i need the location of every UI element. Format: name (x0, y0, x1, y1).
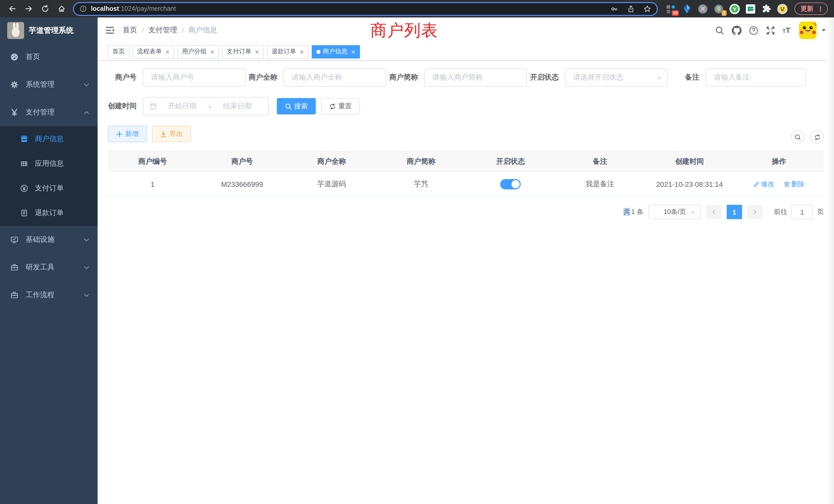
home-icon[interactable] (58, 5, 66, 13)
merchant-name-input[interactable]: 请输入商户全称 (284, 68, 386, 87)
close-icon[interactable]: × (210, 48, 214, 55)
col-create-time: 创建时间 (645, 151, 734, 172)
status-select[interactable]: 请选择开启状态 (565, 68, 667, 87)
col-merchant-no: 商户号 (197, 151, 287, 172)
sidebar-item-label: 商户信息 (35, 135, 97, 144)
tags-bar: 首页 流程表单× 用户分组× 支付订单× 退款订单× 商户信息× (97, 43, 834, 61)
github-icon[interactable] (731, 25, 741, 35)
yen-circle-icon (20, 184, 28, 192)
close-icon[interactable]: × (300, 48, 304, 55)
extension-chat-icon[interactable] (745, 3, 756, 14)
sidebar-item-infra[interactable]: 基础设施 (0, 226, 97, 254)
chevron-down-icon (84, 292, 89, 298)
font-size-icon[interactable]: TT (783, 26, 790, 35)
table-row: 1 M233666999 芋道源码 芋艿 我是备注 2021-10-23 08:… (108, 172, 824, 196)
breadcrumb-payment[interactable]: 支付管理 (148, 26, 177, 35)
tab-home[interactable]: 首页 (108, 45, 129, 58)
merchant-no-input[interactable]: 请输入商户号 (143, 68, 245, 87)
remark-input[interactable]: 请输入备注 (706, 68, 806, 87)
field-label: 开启状态 (530, 73, 565, 82)
page-size-select[interactable]: 10条/页 (649, 205, 701, 219)
bookmark-star-icon[interactable] (643, 5, 651, 13)
goto-page-input[interactable]: 1 (791, 205, 813, 219)
placeholder: 请输入商户简称 (433, 73, 483, 82)
sidebar-item-devtools[interactable]: 研发工具 (0, 254, 97, 281)
date-start-input[interactable]: 开始日期 (157, 101, 208, 111)
address-bar[interactable]: localhost :1024/pay/merchant (73, 2, 658, 16)
sidebar-item-app-info[interactable]: 应用信息 (0, 152, 97, 176)
breadcrumb-current: 商户信息 (189, 26, 217, 35)
page-info-icon[interactable] (80, 5, 87, 12)
chevron-down-icon (84, 265, 89, 270)
refresh-button[interactable] (810, 130, 824, 144)
back-icon[interactable] (8, 5, 17, 13)
update-label: 更新 (800, 4, 813, 13)
sidebar-item-merchant-info[interactable]: 商户信息 (0, 127, 97, 152)
browser-update-button[interactable]: 更新⋮ (794, 3, 828, 15)
edit-link[interactable]: 修改 (753, 179, 774, 189)
close-icon[interactable]: × (255, 48, 259, 55)
toggle-search-button[interactable] (791, 130, 804, 144)
hamburger-icon[interactable] (105, 26, 114, 35)
breadcrumb-home[interactable]: 首页 (123, 26, 137, 35)
share-icon[interactable] (627, 5, 635, 13)
user-avatar[interactable] (799, 22, 816, 39)
tab-merchant-info[interactable]: 商户信息× (312, 45, 360, 58)
add-button[interactable]: 新增 (108, 126, 147, 142)
current-page[interactable]: 1 (727, 205, 742, 219)
dashboard-icon (10, 53, 19, 61)
status-toggle[interactable] (500, 179, 521, 189)
close-icon[interactable]: × (166, 48, 170, 55)
search-button[interactable]: 搜索 (277, 98, 316, 114)
extension-kite-icon[interactable] (681, 3, 692, 14)
tab-user-group[interactable]: 用户分组× (177, 45, 219, 58)
scrollbar-gutter[interactable] (827, 18, 834, 504)
sidebar-item-label: 基础设施 (26, 235, 84, 244)
caret-down-icon[interactable] (822, 29, 826, 33)
filter-merchant-name: 商户全称 请输入商户全称 (248, 68, 386, 87)
sidebar-item-label: 工作流程 (26, 291, 84, 300)
sidebar-item-workflow[interactable]: 工作流程 (0, 281, 97, 309)
reset-button[interactable]: 重置 (321, 98, 360, 114)
sidebar-item-pay-order[interactable]: 支付订单 (0, 176, 97, 201)
sidebar-menu: 首页 系统管理 支付管理 商户信息 (0, 43, 97, 309)
fullscreen-icon[interactable] (765, 25, 775, 35)
prev-page-button[interactable] (706, 205, 722, 219)
total-count: 共1 条 (623, 207, 643, 216)
password-key-icon[interactable] (611, 5, 618, 13)
extension-badge: 10 (672, 10, 679, 16)
field-label: 创建时间 (108, 101, 143, 111)
export-button[interactable]: 导出 (152, 126, 191, 142)
search-icon[interactable] (715, 25, 724, 35)
sidebar-item-refund-order[interactable]: 退款订单 (0, 201, 97, 225)
placeholder: 请选择开启状态 (573, 73, 623, 82)
col-actions: 操作 (734, 151, 824, 172)
extension-circle-icon[interactable]: 1 (713, 3, 724, 14)
sidebar-item-home[interactable]: 首页 (0, 43, 97, 71)
tab-pay-order[interactable]: 支付订单× (222, 45, 264, 58)
extension-command-icon[interactable]: ⌘ (697, 3, 708, 14)
extension-tabs-icon[interactable]: 10 (665, 3, 676, 14)
sidebar-logo[interactable]: 芋道管理系统 (0, 18, 97, 43)
browser-menu-icon[interactable]: ⋮ (817, 5, 824, 13)
tab-refund-order[interactable]: 退款订单× (267, 45, 308, 58)
merchant-short-input[interactable]: 请输入商户简称 (424, 68, 527, 87)
help-icon[interactable] (748, 25, 758, 35)
sidebar-item-payment[interactable]: 支付管理 (0, 98, 97, 126)
profile-avatar-icon[interactable] (777, 3, 788, 14)
sidebar-item-label: 退款订单 (35, 208, 97, 217)
tab-process-form[interactable]: 流程表单× (132, 45, 174, 58)
forward-icon[interactable] (25, 5, 33, 13)
search-icon (285, 103, 292, 110)
delete-link[interactable]: 删除 (784, 179, 805, 189)
reload-icon[interactable] (41, 5, 49, 13)
cell-full-name: 芋道源码 (287, 172, 376, 196)
extension-y-icon[interactable]: Y (729, 3, 740, 14)
date-end-input[interactable]: 结束日期 (212, 101, 263, 111)
sidebar-item-system[interactable]: 系统管理 (0, 71, 97, 98)
close-icon[interactable]: × (351, 48, 355, 55)
link-label: 修改 (761, 179, 774, 189)
extensions-puzzle-icon[interactable] (761, 3, 772, 14)
next-page-button[interactable] (747, 205, 763, 219)
date-range-picker[interactable]: 开始日期 - 结束日期 (143, 97, 269, 115)
